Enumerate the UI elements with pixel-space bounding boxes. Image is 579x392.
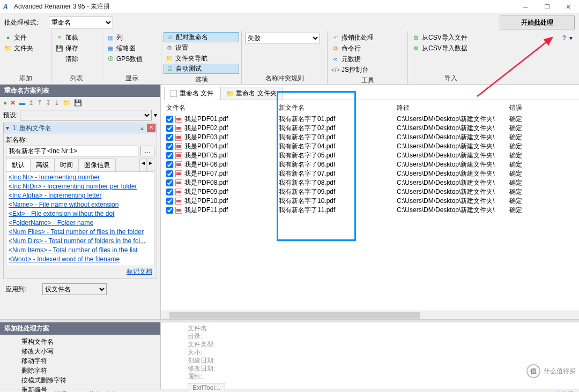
newname-input[interactable] xyxy=(6,146,138,156)
apply-select[interactable]: 仅文件名 xyxy=(42,283,107,295)
list-save-button[interactable]: 💾保存 xyxy=(54,43,100,54)
options-foldernav-button[interactable]: 📁文件夹导航 xyxy=(164,53,239,64)
tools-meta-button[interactable]: ∞元数据 xyxy=(330,54,405,64)
add-folders-button[interactable]: 📁文件夹 xyxy=(2,43,49,54)
col-newname[interactable]: 新文件名 xyxy=(279,103,397,112)
table-row[interactable]: 我是PDF07.pdf我有新名字了07.pdfC:\Users\DM\Deskt… xyxy=(166,169,574,178)
tag-link[interactable]: <Ext> - File extension without the dot xyxy=(9,209,152,218)
table-row[interactable]: 我是PDF01.pdf我有新名字了01.pdfC:\Users\DM\Deskt… xyxy=(166,115,574,124)
newname-browse-button[interactable]: ... xyxy=(140,146,154,156)
method-up-icon[interactable]: ↥ xyxy=(28,99,34,107)
scheme-item[interactable]: 重构文件名 xyxy=(21,337,160,346)
options-settings-button[interactable]: ⚙设置 xyxy=(164,42,239,53)
table-row[interactable]: 我是PDF05.pdf我有新名字了05.pdfC:\Users\DM\Deskt… xyxy=(166,151,574,160)
tools-cmd-button[interactable]: ⧉命令行 xyxy=(330,43,405,54)
scheme-item[interactable]: 修改大小写 xyxy=(21,346,160,356)
maximize-button[interactable]: ☐ xyxy=(536,0,558,14)
method-open-icon[interactable]: 📁 xyxy=(63,99,71,107)
tag-link[interactable]: <Inc NrDir> - Incrementing number per fo… xyxy=(9,182,152,191)
options-pair-button[interactable]: ☑配对重命名 xyxy=(164,32,239,42)
row-checkbox[interactable] xyxy=(166,207,173,214)
tab-advanced[interactable]: 高级 xyxy=(30,159,55,171)
table-row[interactable]: 我是PDF10.pdf我有新名字了10.pdfC:\Users\DM\Deskt… xyxy=(166,197,574,206)
columns-icon: ▥ xyxy=(107,34,114,41)
tag-doc-link[interactable]: 标记文档 xyxy=(127,268,152,275)
method-add-icon[interactable]: ● xyxy=(3,99,7,107)
preset-menu-icon[interactable]: ▾ xyxy=(154,111,157,119)
help-icon[interactable]: ? xyxy=(562,34,566,42)
row-checkbox[interactable] xyxy=(166,161,173,168)
tag-link[interactable]: <Num Items> - Total number of files in t… xyxy=(9,246,152,255)
table-row[interactable]: 我是PDF09.pdf我有新名字了09.pdfC:\Users\DM\Deskt… xyxy=(166,187,574,197)
row-checkbox[interactable] xyxy=(166,170,173,177)
minimize-button[interactable]: ─ xyxy=(515,0,536,14)
tools-undo-button[interactable]: ↶撤销批处理 xyxy=(330,32,405,43)
tag-link[interactable]: <FolderName> - Folder name xyxy=(9,218,152,228)
scheme-item[interactable]: 移动字符 xyxy=(21,356,160,366)
collapse-icon[interactable]: ▾ xyxy=(4,124,11,132)
row-checkbox[interactable] xyxy=(166,179,173,186)
add-files-button[interactable]: ●文件 xyxy=(2,32,49,43)
start-batch-button[interactable]: 开始批处理 xyxy=(500,16,575,29)
table-row[interactable]: 我是PDF03.pdf我有新名字了03.pdfC:\Users\DM\Deskt… xyxy=(166,133,574,142)
batch-mode-select[interactable]: 重命名 xyxy=(49,17,113,28)
table-row[interactable]: 我是PDF08.pdf我有新名字了08.pdfC:\Users\DM\Deskt… xyxy=(166,178,574,187)
scrollbar-thumb[interactable] xyxy=(169,312,420,319)
tag-link[interactable]: <Name> - File name without extension xyxy=(9,200,152,209)
tag-link[interactable]: <Inc Alpha> - Incrementing letter xyxy=(9,191,152,200)
method-remove-icon[interactable]: ✕ xyxy=(10,99,16,107)
method-1-header[interactable]: ▾ 1: 重构文件名 ▴ ✕ xyxy=(3,123,157,133)
table-row[interactable]: 我是PDF04.pdf我有新名字了04.pdfC:\Users\DM\Deskt… xyxy=(166,142,574,151)
close-button[interactable]: ✕ xyxy=(558,0,579,14)
import-csv-file-button[interactable]: 🗎从CSV导入文件 xyxy=(410,32,491,43)
row-checkbox[interactable] xyxy=(166,152,173,159)
row-checkbox[interactable] xyxy=(166,125,173,132)
tag-link[interactable]: <Num Files> - Total number of files in t… xyxy=(9,228,152,237)
tab-default[interactable]: 默认 xyxy=(6,159,31,171)
preset-select[interactable] xyxy=(20,110,152,120)
table-row[interactable]: 我是PDF11.pdf我有新名字了11.pdfC:\Users\DM\Deskt… xyxy=(166,206,574,215)
method-bottom-icon[interactable]: ⤓ xyxy=(54,99,60,107)
method-scroll-up-icon[interactable]: ▴ xyxy=(138,124,146,132)
scheme-item[interactable]: 删除字符 xyxy=(21,366,160,375)
table-row[interactable]: 我是PDF02.pdf我有新名字了02.pdfC:\Users\DM\Deskt… xyxy=(166,124,574,133)
row-checkbox[interactable] xyxy=(166,143,173,150)
tag-link[interactable]: <Num Dirs> - Total number of folders in … xyxy=(9,237,152,246)
ribbon-caption-options: 选项 xyxy=(164,74,239,85)
help-dropdown-icon[interactable]: ▾ xyxy=(569,34,573,42)
method-down-icon[interactable]: ↧ xyxy=(46,99,51,107)
options-autotest-button[interactable]: ☑自动测试 xyxy=(164,64,239,74)
tab-prev-icon[interactable]: ◂ xyxy=(139,159,147,171)
method-top-icon[interactable]: ⤒ xyxy=(37,99,42,107)
method-save-icon[interactable]: 💾 xyxy=(74,99,82,107)
row-checkbox[interactable] xyxy=(166,116,173,123)
cell-newname: 我有新名字了09.pdf xyxy=(279,187,397,197)
import-csv-data-button[interactable]: 🗎从CSV导入数据 xyxy=(410,43,491,54)
horizontal-scrollbar[interactable] xyxy=(161,311,579,319)
tab-image[interactable]: 图像信息 xyxy=(78,159,116,171)
list-clear-button[interactable]: 清除 xyxy=(54,54,100,64)
list-load-button[interactable]: ≡加载 xyxy=(54,32,100,43)
method-disable-icon[interactable]: ▬ xyxy=(19,99,25,107)
method-close-icon[interactable]: ✕ xyxy=(147,124,155,132)
tab-rename-folders[interactable]: 📁重命名 文件夹 xyxy=(220,87,282,100)
tab-next-icon[interactable]: ▸ xyxy=(147,159,154,171)
tab-rename-files[interactable]: 重命名 文件 xyxy=(164,87,219,100)
tag-link[interactable]: <Inc Nr> - Incrementing number xyxy=(9,173,152,182)
display-gps-button[interactable]: ⦿GPS数值 xyxy=(105,54,159,64)
scheme-item[interactable]: 按模式删除字符 xyxy=(21,375,160,385)
col-path[interactable]: 路径 xyxy=(397,103,509,112)
row-checkbox[interactable] xyxy=(166,134,173,141)
conflict-rule-select[interactable]: 失败 xyxy=(245,33,320,43)
row-checkbox[interactable] xyxy=(166,198,173,205)
exiftool-button[interactable]: ExifTool... xyxy=(188,383,225,392)
row-checkbox[interactable] xyxy=(166,189,173,195)
col-error[interactable]: 错误 xyxy=(509,103,574,112)
tab-time[interactable]: 时间 xyxy=(54,159,79,171)
display-thumbs-button[interactable]: ▦缩略图 xyxy=(105,43,159,54)
table-row[interactable]: 我是PDF06.pdf我有新名字了06.pdfC:\Users\DM\Deskt… xyxy=(166,160,574,169)
display-columns-button[interactable]: ▥列 xyxy=(105,32,159,43)
tag-link[interactable]: <Word> - Indexed word of the filename xyxy=(9,255,152,264)
col-name[interactable]: 文件名 xyxy=(166,103,279,112)
tools-js-button[interactable]: </>JS控制台 xyxy=(330,64,405,75)
